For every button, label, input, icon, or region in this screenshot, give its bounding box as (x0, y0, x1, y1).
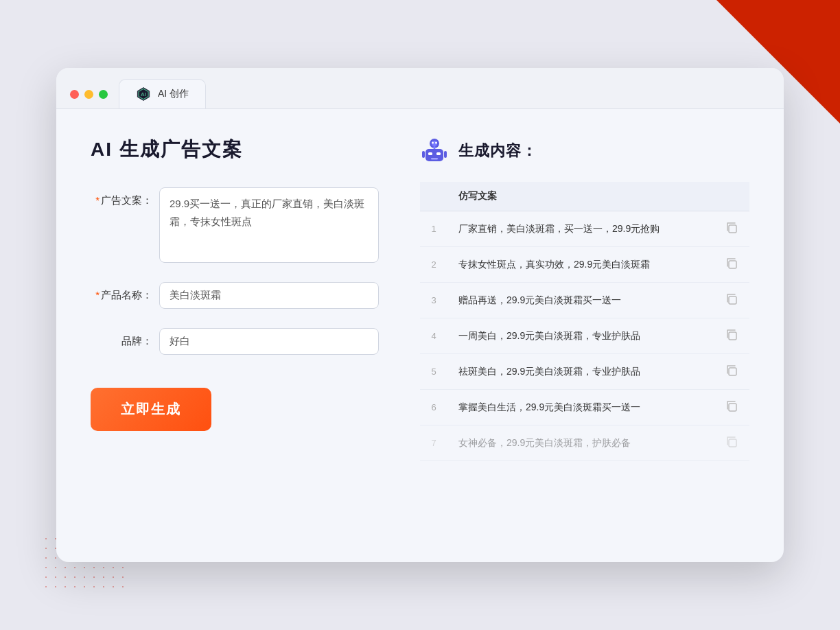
table-row: 3赠品再送，29.9元美白淡斑霜买一送一 (420, 283, 749, 318)
svg-point-5 (432, 142, 434, 144)
svg-rect-18 (729, 332, 736, 340)
copy-icon[interactable] (725, 435, 738, 449)
results-header: 生成内容： (420, 137, 749, 165)
product-name-label: *产品名称： (91, 282, 152, 302)
ad-copy-input[interactable]: 29.9买一送一，真正的厂家直销，美白淡斑霜，专抹女性斑点 (159, 187, 379, 263)
row-copy-text: 祛斑美白，29.9元美白淡斑霜，专业护肤品 (447, 354, 714, 390)
svg-rect-14 (444, 151, 447, 158)
content-area: AI 生成广告文案 *广告文案： 29.9买一送一，真正的厂家直销，美白淡斑霜，… (56, 109, 784, 562)
row-index: 5 (420, 354, 447, 390)
maximize-button[interactable] (99, 90, 108, 99)
copy-icon[interactable] (725, 328, 738, 342)
svg-rect-9 (436, 152, 441, 155)
left-panel: AI 生成广告文案 *广告文案： 29.9买一送一，真正的厂家直销，美白淡斑霜，… (91, 137, 379, 528)
table-row: 7女神必备，29.9元美白淡斑霜，护肤必备 (420, 425, 749, 461)
svg-rect-21 (729, 439, 736, 447)
title-bar: AI AI 创作 (56, 68, 784, 109)
table-row: 1厂家直销，美白淡斑霜，买一送一，29.9元抢购 (420, 211, 749, 247)
row-index: 4 (420, 318, 447, 354)
svg-rect-13 (422, 151, 425, 158)
row-copy-text: 掌握美白生活，29.9元美白淡斑霜买一送一 (447, 390, 714, 425)
copy-cell[interactable] (714, 390, 749, 425)
brand-row: 品牌： (91, 328, 379, 355)
table-row: 6掌握美白生活，29.9元美白淡斑霜买一送一 (420, 390, 749, 425)
product-name-input[interactable] (159, 282, 379, 309)
right-title: 生成内容： (458, 141, 537, 161)
copy-cell[interactable] (714, 283, 749, 318)
copy-icon[interactable] (725, 364, 738, 377)
row-index: 6 (420, 390, 447, 425)
row-copy-text: 厂家直销，美白淡斑霜，买一送一，29.9元抢购 (447, 211, 714, 247)
copy-cell[interactable] (714, 247, 749, 283)
table-row: 2专抹女性斑点，真实功效，29.9元美白淡斑霜 (420, 247, 749, 283)
ad-copy-label: *广告文案： (91, 187, 152, 207)
copy-cell[interactable] (714, 425, 749, 461)
table-row: 4一周美白，29.9元美白淡斑霜，专业护肤品 (420, 318, 749, 354)
svg-text:AI: AI (141, 91, 146, 97)
product-name-row: *产品名称： (91, 282, 379, 309)
row-index: 1 (420, 211, 447, 247)
brand-label: 品牌： (91, 328, 152, 348)
copy-cell[interactable] (714, 318, 749, 354)
minimize-button[interactable] (84, 90, 93, 99)
copy-column-header: 仿写文案 (447, 182, 714, 211)
tab-label: AI 创作 (158, 88, 189, 100)
brand-input[interactable] (159, 328, 379, 355)
svg-rect-20 (729, 404, 736, 411)
svg-rect-16 (729, 261, 736, 268)
ad-required-star: * (95, 194, 100, 206)
svg-rect-10 (431, 158, 438, 160)
right-panel: 生成内容： 仿写文案 1厂家直销，美白淡斑霜，买一送一，29.9元抢购 2专抹女… (420, 137, 749, 528)
row-copy-text: 专抹女性斑点，真实功效，29.9元美白淡斑霜 (447, 247, 714, 283)
action-column-header (714, 182, 749, 211)
product-required-star: * (95, 289, 100, 301)
svg-rect-15 (729, 225, 736, 233)
copy-icon[interactable] (725, 221, 738, 235)
svg-rect-17 (729, 296, 736, 304)
generate-button[interactable]: 立即生成 (91, 388, 211, 431)
robot-icon (420, 137, 449, 165)
copy-cell[interactable] (714, 354, 749, 390)
row-index: 3 (420, 283, 447, 318)
page-title: AI 生成广告文案 (91, 137, 379, 163)
table-row: 5祛斑美白，29.9元美白淡斑霜，专业护肤品 (420, 354, 749, 390)
copy-icon[interactable] (725, 257, 738, 270)
copy-cell[interactable] (714, 211, 749, 247)
svg-rect-19 (729, 368, 736, 375)
row-copy-text: 一周美白，29.9元美白淡斑霜，专业护肤品 (447, 318, 714, 354)
ad-copy-row: *广告文案： 29.9买一送一，真正的厂家直销，美白淡斑霜，专抹女性斑点 (91, 187, 379, 263)
results-table: 仿写文案 1厂家直销，美白淡斑霜，买一送一，29.9元抢购 2专抹女性斑点，真实… (420, 182, 749, 461)
svg-point-12 (433, 146, 436, 149)
row-index: 7 (420, 425, 447, 461)
svg-rect-8 (428, 152, 432, 155)
copy-icon[interactable] (725, 292, 738, 306)
row-copy-text: 女神必备，29.9元美白淡斑霜，护肤必备 (447, 425, 714, 461)
ai-tab-icon: AI (136, 86, 151, 102)
close-button[interactable] (70, 90, 79, 99)
svg-point-6 (435, 142, 437, 144)
index-column-header (420, 182, 447, 211)
row-copy-text: 赠品再送，29.9元美白淡斑霜买一送一 (447, 283, 714, 318)
ai-tab[interactable]: AI AI 创作 (119, 79, 206, 108)
copy-icon[interactable] (725, 399, 738, 413)
window-controls (70, 90, 108, 108)
row-index: 2 (420, 247, 447, 283)
browser-window: AI AI 创作 AI 生成广告文案 *广告文案： 29.9买一送一，真正的厂家… (56, 68, 784, 562)
